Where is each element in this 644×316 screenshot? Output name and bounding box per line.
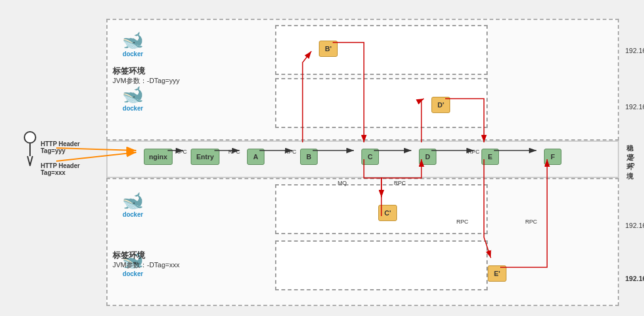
rpc-label-4: RPC [468, 149, 480, 155]
http-header-bottom: HTTP Header Tag=xxx [41, 162, 80, 176]
c-box: C [361, 149, 379, 165]
e-prime-box: E' [488, 265, 506, 282]
a-box: A [247, 149, 264, 165]
docker-label-top2: docker [123, 105, 143, 112]
b-prime-box: B' [319, 41, 338, 57]
c-prime-box: C' [378, 205, 397, 221]
rpc-label-2: RPC [228, 149, 240, 155]
docker-whale-icon-bot1: 🐋 [122, 190, 144, 211]
ip-bot1: 192.168.3.1 [625, 222, 644, 229]
docker-label-bot1: docker [123, 211, 143, 218]
rpc-label-1: RPC [175, 149, 187, 155]
http-header-top-line2: Tag=yyy [41, 147, 80, 154]
e-box: E [481, 149, 499, 165]
docker-label-bot2: docker [123, 270, 143, 277]
person-body [29, 144, 31, 156]
top-env-label: 标签环境 [113, 66, 145, 77]
entry-box: Entry [191, 149, 219, 165]
person-right-leg [29, 156, 33, 166]
http-header-bot-line1: HTTP Header [41, 162, 80, 169]
docker-icon-top1: 🐋 docker [122, 30, 144, 57]
rpc-label-bot1: RPC [456, 219, 468, 225]
top-env-jvm: JVM参数：-DTag=yyy [113, 76, 179, 86]
stable-env-sublabel: 多IP [628, 152, 638, 169]
rpc-label-bot2: RPC [525, 219, 537, 225]
person-icon [24, 131, 36, 166]
ip-top2: 192.168.6.1 [625, 103, 644, 111]
docker-whale-icon-top2: 🐋 [122, 84, 144, 105]
mq-label: MQ [338, 180, 347, 186]
rpc-label-3: RPC [284, 149, 296, 155]
docker-whale-icon-top1: 🐋 [122, 30, 144, 51]
d-box: D [419, 149, 436, 165]
docker-box-top2 [275, 78, 488, 128]
person-head [24, 131, 36, 144]
ip-bot2: 192.168.3.2 [625, 275, 644, 282]
d-prime-box: D' [431, 97, 450, 113]
rpc-label-bot-main: RPC [394, 180, 406, 186]
docker-box-top1 [275, 25, 488, 75]
docker-box-bot2 [275, 240, 488, 290]
diagram-container: 🐋 docker 🐋 docker 🐋 docker 🐋 docker 标签环境… [6, 6, 638, 310]
ip-top1: 192.168.5.1 [625, 47, 644, 54]
docker-label-top1: docker [123, 51, 143, 57]
docker-icon-top2: 🐋 docker [122, 84, 144, 112]
f-box: F [544, 149, 561, 165]
http-header-bot-line2: Tag=xxx [41, 169, 80, 176]
bottom-env-label: 标签环境 [113, 250, 145, 261]
docker-icon-bot1: 🐋 docker [122, 190, 144, 218]
bottom-env-jvm: JVM参数：-DTag=xxx [113, 260, 179, 270]
http-header-top-line1: HTTP Header [41, 141, 80, 147]
http-header-top: HTTP Header Tag=yyy [41, 141, 80, 154]
b-box: B [300, 149, 318, 165]
nginx-box: nginx [144, 149, 173, 165]
